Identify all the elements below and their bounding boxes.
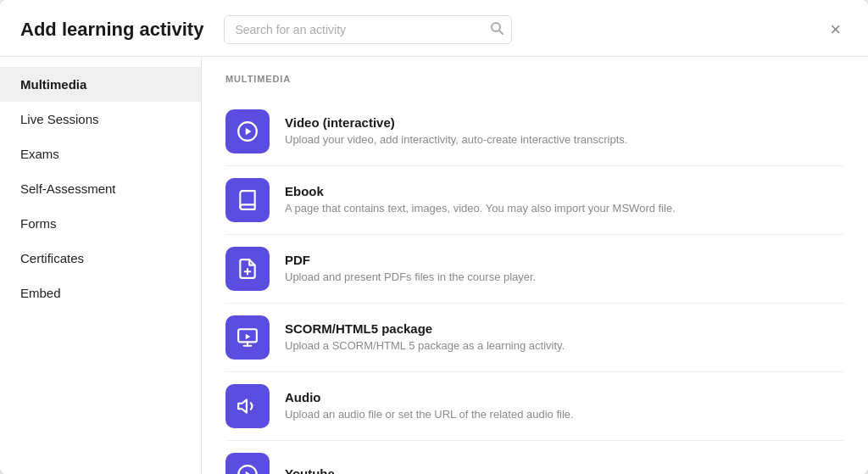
- sidebar: MultimediaLive SessionsExamsSelf-Assessm…: [0, 57, 202, 474]
- activity-list: Video (interactive) Upload your video, a…: [225, 98, 844, 474]
- activity-desc: Upload your video, add interactivity, au…: [285, 132, 844, 148]
- activity-item-pdf[interactable]: PDF Upload and present PDFs files in the…: [225, 235, 844, 304]
- activity-name: Audio: [285, 390, 844, 404]
- sidebar-item-multimedia[interactable]: Multimedia: [0, 67, 201, 102]
- search-input[interactable]: [224, 15, 512, 44]
- modal-body: MultimediaLive SessionsExamsSelf-Assessm…: [0, 57, 868, 474]
- activity-desc: Upload an audio file or set the URL of t…: [285, 407, 844, 422]
- activity-desc: A page that contains text, images, video…: [285, 201, 844, 216]
- modal-title: Add learning activity: [20, 19, 203, 41]
- ebook-icon: [225, 178, 270, 222]
- sidebar-item-self-assessment[interactable]: Self-Assessment: [0, 171, 201, 206]
- sidebar-item-exams[interactable]: Exams: [0, 137, 201, 171]
- activity-name: Youtube: [285, 466, 844, 474]
- content-area: MULTIMEDIA Video (interactive) Upload yo…: [202, 57, 868, 474]
- audio-icon: [225, 384, 270, 428]
- svg-marker-9: [246, 334, 250, 340]
- activity-name: PDF: [285, 253, 844, 267]
- svg-marker-3: [246, 128, 252, 136]
- pdf-icon: [225, 247, 270, 291]
- activity-name: Video (interactive): [285, 115, 844, 130]
- activity-item-ebook[interactable]: Ebook A page that contains text, images,…: [225, 166, 844, 235]
- activity-name: SCORM/HTML5 package: [285, 321, 844, 336]
- video-icon: [225, 453, 270, 474]
- activity-desc: Upload and present PDFs files in the cou…: [285, 270, 844, 285]
- activity-item-scorm[interactable]: SCORM/HTML5 package Upload a SCORM/HTML …: [225, 304, 844, 372]
- sidebar-item-live-sessions[interactable]: Live Sessions: [0, 102, 201, 137]
- activity-name: Ebook: [285, 184, 844, 198]
- activity-item-audio[interactable]: Audio Upload an audio file or set the UR…: [225, 372, 844, 441]
- add-learning-activity-modal: Add learning activity × MultimediaLive S…: [0, 0, 868, 474]
- scorm-icon: [225, 315, 270, 360]
- search-wrapper: [224, 15, 512, 44]
- video-icon: [225, 109, 270, 153]
- activity-desc: Upload a SCORM/HTML 5 package as a learn…: [285, 338, 844, 354]
- activity-item-youtube[interactable]: Youtube: [225, 441, 844, 474]
- close-button[interactable]: ×: [823, 17, 848, 42]
- activity-item-video-interactive[interactable]: Video (interactive) Upload your video, a…: [225, 98, 844, 166]
- section-label: MULTIMEDIA: [225, 74, 844, 84]
- sidebar-item-forms[interactable]: Forms: [0, 206, 201, 241]
- svg-marker-10: [238, 399, 247, 412]
- modal-header: Add learning activity ×: [0, 0, 868, 57]
- sidebar-item-embed[interactable]: Embed: [0, 276, 201, 310]
- sidebar-item-certificates[interactable]: Certificates: [0, 241, 201, 276]
